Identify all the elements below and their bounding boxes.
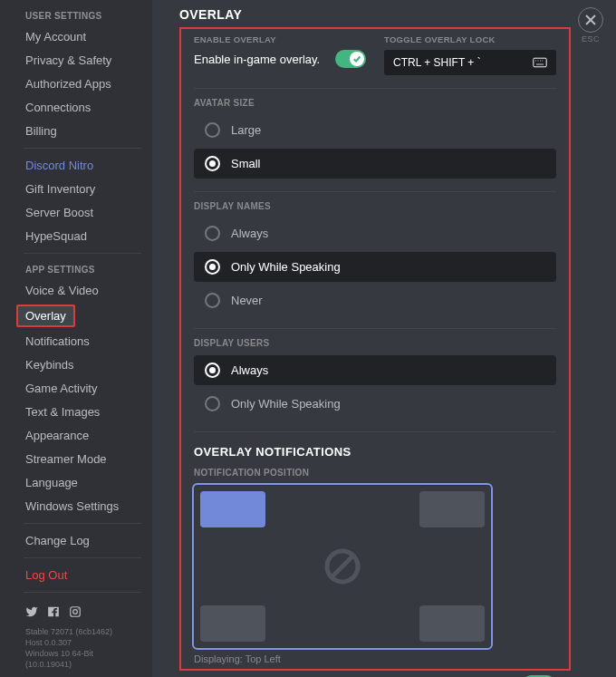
enable-overlay-toggle[interactable]	[335, 50, 366, 68]
sidebar-item-windows-settings[interactable]: Windows Settings	[16, 495, 145, 517]
sidebar-item-nitro[interactable]: Discord Nitro	[16, 154, 145, 177]
enable-overlay-label: Enable in-game overlay.	[194, 53, 320, 66]
overlay-notifications-title: OVERLAY NOTIFICATIONS	[194, 445, 556, 459]
svg-rect-0	[71, 607, 81, 617]
overlay-lock-hotkey-input[interactable]: CTRL + SHIFT + `	[384, 50, 556, 75]
check-icon	[352, 54, 361, 63]
sidebar-item-overlay[interactable]: Overlay	[16, 305, 75, 327]
sidebar-item-notifications[interactable]: Notifications	[16, 330, 145, 353]
sidebar-item-appearance[interactable]: Appearance	[16, 424, 145, 447]
display-names-header: DISPLAY NAMES	[194, 201, 556, 211]
close-button[interactable]: ESC	[578, 7, 603, 44]
sidebar-item-authorized-apps[interactable]: Authorized Apps	[16, 73, 145, 95]
sidebar-item-text-images[interactable]: Text & Images	[16, 401, 145, 423]
close-icon	[578, 7, 603, 33]
position-bottom-left[interactable]	[200, 605, 265, 642]
radio-icon	[205, 226, 220, 241]
hotkey-value: CTRL + SHIFT + `	[393, 56, 481, 69]
radio-icon	[205, 363, 220, 378]
facebook-icon[interactable]	[47, 605, 60, 621]
divider	[194, 88, 556, 89]
sidebar-item-gift-inventory[interactable]: Gift Inventory	[16, 178, 145, 200]
settings-sidebar: USER SETTINGS My Account Privacy & Safet…	[0, 0, 152, 677]
separator	[24, 253, 141, 254]
build-info: Stable 72071 (6cb1462) Host 0.0.307 Wind…	[16, 626, 145, 670]
sidebar-item-language[interactable]: Language	[16, 471, 145, 494]
overlay-settings-box: ENABLE OVERLAY Enable in-game overlay. T…	[179, 27, 571, 671]
divider	[194, 191, 556, 192]
displaying-label: Displaying: Top Left	[194, 653, 556, 664]
radio-icon	[205, 396, 220, 411]
sidebar-item-game-activity[interactable]: Game Activity	[16, 377, 145, 400]
display-names-never[interactable]: Never	[194, 285, 556, 315]
position-bottom-right[interactable]	[419, 605, 485, 642]
divider	[194, 328, 556, 329]
sidebar-item-change-log[interactable]: Change Log	[16, 529, 145, 552]
twitter-icon[interactable]	[25, 605, 38, 621]
svg-rect-5	[534, 58, 546, 67]
separator	[24, 557, 141, 558]
keyboard-icon	[533, 57, 547, 68]
sidebar-item-privacy-safety[interactable]: Privacy & Safety	[16, 49, 145, 72]
radio-icon	[205, 293, 220, 308]
position-top-right[interactable]	[419, 491, 485, 527]
display-names-only-speaking[interactable]: Only While Speaking	[194, 252, 556, 282]
sidebar-item-connections[interactable]: Connections	[16, 96, 145, 119]
social-links	[16, 598, 145, 626]
avatar-size-small[interactable]: Small	[194, 149, 556, 179]
separator	[24, 148, 141, 149]
display-names-always[interactable]: Always	[194, 218, 556, 248]
main-panel: ESC OVERLAY ENABLE OVERLAY Enable in-gam…	[152, 0, 616, 677]
avatar-size-large[interactable]: Large	[194, 115, 556, 145]
display-users-only-speaking[interactable]: Only While Speaking	[194, 389, 556, 419]
svg-point-2	[78, 608, 79, 609]
radio-icon	[205, 156, 220, 171]
sidebar-item-my-account[interactable]: My Account	[16, 25, 145, 48]
notification-position-picker	[194, 485, 491, 648]
radio-icon	[205, 259, 220, 275]
sidebar-item-server-boost[interactable]: Server Boost	[16, 201, 145, 224]
close-label: ESC	[578, 34, 603, 44]
disabled-icon	[322, 546, 362, 586]
sidebar-item-billing[interactable]: Billing	[16, 120, 145, 142]
app-settings-header: APP SETTINGS	[16, 259, 145, 278]
divider	[194, 431, 556, 432]
notification-position-header: NOTIFICATION POSITION	[194, 468, 556, 478]
svg-point-1	[73, 610, 78, 614]
sidebar-item-logout[interactable]: Log Out	[16, 564, 145, 586]
separator	[24, 523, 141, 524]
page-title: OVERLAY	[179, 7, 571, 22]
instagram-icon[interactable]	[69, 605, 82, 621]
display-users-header: DISPLAY USERS	[194, 338, 556, 348]
sidebar-item-voice-video[interactable]: Voice & Video	[16, 279, 145, 302]
avatar-size-header: AVATAR SIZE	[194, 98, 556, 108]
sidebar-item-hypesquad[interactable]: HypeSquad	[16, 225, 145, 247]
sidebar-item-streamer-mode[interactable]: Streamer Mode	[16, 448, 145, 470]
enable-overlay-header: ENABLE OVERLAY	[194, 34, 366, 44]
svg-line-12	[332, 556, 353, 577]
toggle-lock-header: TOGGLE OVERLAY LOCK	[384, 34, 556, 44]
radio-icon	[205, 122, 220, 138]
position-top-left[interactable]	[200, 491, 265, 527]
display-users-always[interactable]: Always	[194, 355, 556, 385]
sidebar-item-keybinds[interactable]: Keybinds	[16, 353, 145, 376]
separator	[24, 592, 141, 593]
user-settings-header: USER SETTINGS	[16, 5, 145, 24]
